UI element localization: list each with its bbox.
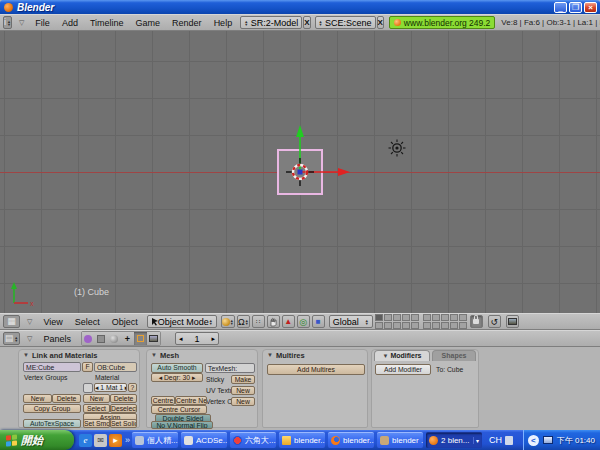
set-smooth-button[interactable]: Set Smooth: [83, 419, 110, 428]
taskbar-task-5[interactable]: blender...: [328, 432, 374, 448]
collapse-triangle-icon[interactable]: ▼: [151, 352, 157, 358]
menu-view[interactable]: View: [43, 317, 62, 327]
manipulator-rotate-icon[interactable]: ◎: [297, 315, 310, 328]
network-monitor-icon[interactable]: [543, 436, 553, 444]
auto-smooth-toggle[interactable]: Auto Smooth: [151, 363, 203, 373]
menu-game[interactable]: Game: [136, 18, 161, 28]
material-new-button[interactable]: New: [83, 394, 110, 403]
manipulator-scale-icon[interactable]: ■: [312, 315, 325, 328]
ie-icon[interactable]: e: [79, 434, 92, 447]
header-collapse-icon[interactable]: ▽: [27, 318, 32, 326]
collapse-triangle-icon[interactable]: ▼: [23, 352, 29, 358]
lamp-object[interactable]: [387, 138, 407, 158]
logic-context-icon[interactable]: [82, 332, 95, 345]
proportional-snap-icon[interactable]: ↺: [488, 315, 501, 328]
shading-context-icon[interactable]: [108, 332, 121, 345]
vgroup-delete-button[interactable]: Delete: [52, 394, 81, 403]
restore-button[interactable]: ❐: [569, 2, 582, 13]
screen-selector[interactable]: ▲▼ SR:2-Model: [240, 16, 302, 29]
deselect-button[interactable]: Deselect: [110, 404, 137, 413]
taskbar-task-1[interactable]: 個人精...: [132, 432, 178, 448]
no-vnormal-flip-toggle[interactable]: No V.Normal Flip: [151, 421, 213, 429]
layer-buttons-left[interactable]: [375, 314, 419, 329]
centre-button[interactable]: Centre: [151, 396, 175, 405]
manipulator-translate-icon[interactable]: ▲: [282, 315, 295, 328]
language-indicator[interactable]: CH: [489, 435, 502, 445]
menu-add[interactable]: Add: [62, 18, 78, 28]
copy-group-button[interactable]: Copy Group: [23, 404, 81, 413]
layer-buttons-right[interactable]: [423, 314, 467, 329]
header-collapse-icon[interactable]: ▽: [27, 335, 32, 343]
material-index-stepper[interactable]: ◂ 1 Mat 1 ▸: [94, 383, 127, 392]
centre-new-button[interactable]: Centre New: [175, 396, 207, 405]
panel-header[interactable]: ▼Link and Materials: [19, 350, 139, 360]
viewport-type-icon[interactable]: ▦: [3, 315, 20, 328]
sticky-make-button[interactable]: Make: [231, 375, 255, 384]
draw-type-icon[interactable]: ▲▼: [221, 315, 235, 328]
vcol-new-button[interactable]: New: [231, 397, 255, 406]
material-delete-button[interactable]: Delete: [110, 394, 137, 403]
lock-icon[interactable]: [470, 315, 483, 328]
close-button[interactable]: ×: [584, 2, 597, 13]
add-modifier-dropdown[interactable]: Add Modifier: [375, 364, 431, 375]
set-solid-button[interactable]: Set Solid: [110, 419, 137, 428]
minimize-button[interactable]: _: [554, 2, 567, 13]
version-badge[interactable]: www.blender.org 249.2: [389, 16, 495, 29]
object-context-icon[interactable]: +: [121, 332, 134, 345]
buttons-window-type-icon[interactable]: ▤▲▼: [3, 332, 20, 345]
frame-next-icon[interactable]: ▸: [211, 335, 215, 343]
menu-object[interactable]: Object: [112, 317, 138, 327]
pivot-point-icon[interactable]: Ω▲▼: [237, 315, 250, 328]
panel-header[interactable]: ▼Multires: [263, 350, 367, 360]
script-context-icon[interactable]: [95, 332, 108, 345]
screen-close-button[interactable]: X: [303, 16, 310, 29]
scene-selector[interactable]: ▲▼ SCE:Scene: [315, 16, 376, 29]
tray-collapse-icon[interactable]: <: [528, 435, 539, 446]
uv-new-button[interactable]: New: [231, 386, 255, 395]
input-method-icon[interactable]: [505, 436, 513, 445]
autotexspace-toggle[interactable]: AutoTexSpace: [23, 419, 81, 428]
header-collapse-icon[interactable]: ▽: [19, 19, 24, 27]
taskbar-task-3[interactable]: 六角大...: [230, 432, 276, 448]
scene-context-icon[interactable]: [147, 332, 160, 345]
menu-file[interactable]: File: [35, 18, 50, 28]
mode-dropdown[interactable]: Object Mode ▲▼: [147, 315, 217, 328]
add-multires-button[interactable]: Add Multires: [267, 364, 365, 375]
manipulator-hand-icon[interactable]: [267, 315, 280, 328]
texmesh-field[interactable]: TexMesh:: [205, 363, 255, 373]
render-preview-icon[interactable]: [506, 315, 519, 328]
window-type-icon[interactable]: i▲▼: [3, 16, 12, 29]
menu-select[interactable]: Select: [75, 317, 100, 327]
taskbar-task-2[interactable]: ACDSe...: [181, 432, 227, 448]
manipulator-widget-icon[interactable]: ∷: [252, 315, 265, 328]
panels-label[interactable]: Panels: [43, 334, 71, 344]
scene-close-button[interactable]: X: [377, 16, 384, 29]
window-titlebar[interactable]: Blender _ ❐ ×: [0, 0, 600, 14]
object-name-field[interactable]: OB:Cube: [94, 362, 137, 372]
menu-timeline[interactable]: Timeline: [90, 18, 124, 28]
select-button[interactable]: Select: [83, 404, 110, 413]
frame-prev-icon[interactable]: ◂: [179, 335, 183, 343]
viewport-3d[interactable]: x (1) Cube: [0, 31, 600, 313]
menu-help[interactable]: Help: [214, 18, 233, 28]
taskbar-task-6[interactable]: blender ...: [377, 432, 423, 448]
quick-launch-more-icon[interactable]: »: [125, 435, 130, 445]
menu-render[interactable]: Render: [172, 18, 202, 28]
collapse-triangle-icon[interactable]: ▼: [267, 352, 273, 358]
mesh-name-field[interactable]: ME:Cube: [23, 362, 81, 372]
media-player-icon[interactable]: ▸: [109, 434, 122, 447]
orientation-dropdown[interactable]: Global ▲▼: [329, 315, 373, 328]
frame-number-field[interactable]: ◂ 1 ▸: [175, 332, 219, 345]
mail-icon[interactable]: ✉: [94, 434, 107, 447]
start-button[interactable]: 開始: [0, 430, 74, 450]
tab-modifiers[interactable]: ▼ Modifiers: [374, 350, 430, 361]
material-help-button[interactable]: ?: [128, 383, 137, 392]
degr-stepper[interactable]: ◂ Degr: 30 ▸: [151, 373, 203, 382]
fake-user-button[interactable]: F: [82, 362, 93, 372]
taskbar-task-blender-group[interactable]: 2 blen... ▾: [426, 432, 482, 448]
panel-header[interactable]: ▼Mesh: [147, 350, 257, 360]
editing-context-icon[interactable]: [134, 332, 147, 345]
material-color-swatch[interactable]: [83, 383, 93, 393]
collapse-triangle-icon[interactable]: ▼: [382, 353, 388, 359]
tab-shapes[interactable]: Shapes: [432, 350, 476, 361]
